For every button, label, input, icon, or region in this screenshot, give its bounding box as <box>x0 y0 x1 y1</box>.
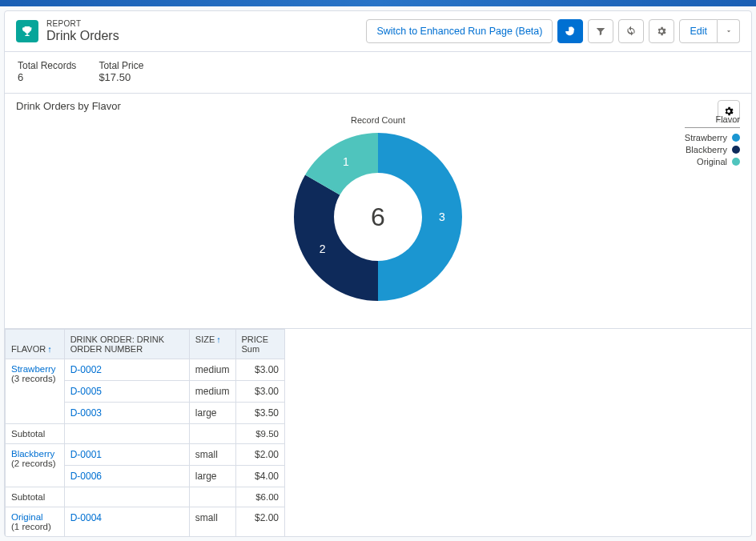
drink-number-cell: D-0002 <box>64 359 189 381</box>
edit-button[interactable]: Edit <box>679 19 718 43</box>
top-ribbon <box>0 0 756 6</box>
report-card: REPORT Drink Orders Switch to Enhanced R… <box>4 10 752 537</box>
chart-icon <box>565 26 576 37</box>
table-row: Original(1 record)D-0004small$2.00 <box>6 507 285 537</box>
subtotal-row: Subtotal$6.00 <box>6 487 285 507</box>
legend-label: Blackberry <box>686 145 727 154</box>
donut-center-value: 6 <box>286 125 470 309</box>
donut-chart[interactable]: 321 6 <box>286 125 470 309</box>
legend-label: Original <box>697 157 727 166</box>
flavor-link[interactable]: Blackberry <box>11 449 54 459</box>
legend-item[interactable]: Original <box>685 157 740 166</box>
size-cell: small <box>189 507 235 537</box>
drink-order-link[interactable]: D-0001 <box>70 449 102 460</box>
filter-button[interactable] <box>588 19 613 43</box>
col-drink-number[interactable]: DRINK ORDER: DRINK ORDER NUMBER <box>64 330 189 359</box>
subtotal-value: $9.50 <box>235 424 284 444</box>
chevron-down-icon <box>725 27 733 35</box>
col-price[interactable]: PRICE Sum <box>235 330 284 359</box>
subtotal-value: $6.00 <box>235 487 284 507</box>
total-records-block: Total Records 6 <box>18 60 76 83</box>
chart-title: Drink Orders by Flavor <box>16 100 740 112</box>
page: REPORT Drink Orders Switch to Enhanced R… <box>0 6 756 541</box>
settings-button[interactable] <box>649 19 674 43</box>
flavor-cell: Original(1 record) <box>6 507 65 537</box>
edit-dropdown-button[interactable] <box>718 19 740 43</box>
flavor-link[interactable]: Original <box>11 512 43 522</box>
report-icon <box>16 20 38 42</box>
legend-title: Flavor <box>685 114 740 128</box>
size-cell: medium <box>189 359 235 381</box>
size-cell: medium <box>189 381 235 403</box>
legend-swatch <box>732 146 740 154</box>
total-records-value: 6 <box>18 71 76 83</box>
price-cell: $2.00 <box>235 507 284 537</box>
filter-icon <box>595 26 606 37</box>
total-price-block: Total Price $17.50 <box>99 60 143 83</box>
col-flavor[interactable]: FLAVOR↑ <box>6 330 65 359</box>
subtotal-label: Subtotal <box>6 424 65 444</box>
title-block: REPORT Drink Orders <box>46 19 358 43</box>
summary-row: Total Records 6 Total Price $17.50 <box>5 52 751 94</box>
total-price-label: Total Price <box>99 60 143 71</box>
chart-wrap: 321 6 <box>16 125 740 309</box>
drink-number-cell: D-0006 <box>64 466 189 487</box>
drink-order-link[interactable]: D-0002 <box>70 364 102 375</box>
size-cell: large <box>189 466 235 487</box>
chart-caption: Record Count <box>16 115 740 125</box>
switch-run-page-button[interactable]: Switch to Enhanced Run Page (Beta) <box>366 19 553 43</box>
add-chart-button[interactable] <box>557 19 583 43</box>
chart-legend: Flavor StrawberryBlackberryOriginal <box>685 114 740 169</box>
drink-number-cell: D-0004 <box>64 507 189 537</box>
price-cell: $4.00 <box>235 466 284 487</box>
report-kicker: REPORT <box>46 19 358 29</box>
report-table: FLAVOR↑ DRINK ORDER: DRINK ORDER NUMBER … <box>5 329 285 536</box>
col-size[interactable]: SIZE↑ <box>189 330 235 359</box>
legend-label: Strawberry <box>685 133 727 142</box>
table-section: FLAVOR↑ DRINK ORDER: DRINK ORDER NUMBER … <box>5 329 751 536</box>
refresh-button[interactable] <box>618 19 644 43</box>
legend-item[interactable]: Strawberry <box>685 133 740 142</box>
subtotal-row: Subtotal$9.50 <box>6 424 285 444</box>
price-cell: $2.00 <box>235 444 284 466</box>
legend-item[interactable]: Blackberry <box>685 145 740 154</box>
legend-swatch <box>732 158 740 166</box>
flavor-cell: Strawberry(3 records) <box>6 359 65 424</box>
gear-icon <box>656 26 667 37</box>
drink-number-cell: D-0003 <box>64 403 189 424</box>
flavor-link[interactable]: Strawberry <box>11 364 56 374</box>
drink-number-cell: D-0001 <box>64 444 189 466</box>
price-cell: $3.00 <box>235 359 284 381</box>
drink-order-link[interactable]: D-0004 <box>70 512 102 523</box>
chart-section: Drink Orders by Flavor Record Count 321 … <box>5 94 751 329</box>
drink-order-link[interactable]: D-0005 <box>70 386 102 397</box>
size-cell: large <box>189 403 235 424</box>
drink-order-link[interactable]: D-0006 <box>70 471 102 482</box>
price-cell: $3.50 <box>235 403 284 424</box>
flavor-cell: Blackberry(2 records) <box>6 444 65 487</box>
sort-up-icon: ↑ <box>215 335 221 344</box>
size-cell: small <box>189 444 235 466</box>
subtotal-label: Subtotal <box>6 487 65 507</box>
sort-up-icon: ↑ <box>46 344 52 354</box>
legend-swatch <box>732 134 740 142</box>
total-records-label: Total Records <box>18 60 76 71</box>
price-cell: $3.00 <box>235 381 284 403</box>
toolbar: Switch to Enhanced Run Page (Beta) Edit <box>366 19 740 43</box>
table-row: Blackberry(2 records)D-0001small$2.00 <box>6 444 285 466</box>
report-header: REPORT Drink Orders Switch to Enhanced R… <box>5 11 751 52</box>
refresh-icon <box>625 26 637 37</box>
drink-order-link[interactable]: D-0003 <box>70 407 102 419</box>
total-price-value: $17.50 <box>99 71 143 83</box>
drink-number-cell: D-0005 <box>64 381 189 403</box>
page-title: Drink Orders <box>46 29 358 43</box>
edit-button-group: Edit <box>679 19 740 43</box>
table-row: Strawberry(3 records)D-0002medium$3.00 <box>6 359 285 381</box>
